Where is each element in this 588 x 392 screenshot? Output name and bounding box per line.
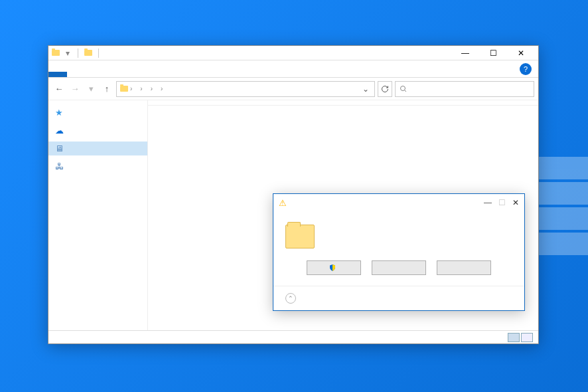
skip-button[interactable]	[372, 260, 426, 275]
view-details-button[interactable]	[508, 333, 520, 342]
chevron-up-icon: ⌃	[285, 293, 296, 304]
address-bar[interactable]: › › › › ⌄	[116, 81, 375, 97]
folder-access-denied-dialog: ⚠ — ☐ ✕	[273, 193, 525, 311]
refresh-button[interactable]	[378, 81, 392, 97]
minimize-button[interactable]: —	[484, 198, 492, 207]
ribbon-file-tab[interactable]	[48, 72, 67, 77]
continue-button[interactable]	[307, 260, 361, 275]
chevron-right-icon[interactable]: ›	[151, 85, 153, 92]
sidebar-item-network[interactable]: 🖧	[48, 159, 147, 173]
separator	[98, 49, 99, 58]
network-icon: 🖧	[55, 161, 64, 171]
fewer-details-toggle[interactable]: ⌃	[273, 286, 524, 310]
search-input[interactable]	[395, 81, 534, 97]
folder-icon	[119, 84, 129, 94]
separator	[78, 49, 78, 58]
maximize-button[interactable]: ☐	[484, 47, 502, 60]
maximize-button: ☐	[498, 198, 506, 207]
folder-warning-icon: ⚠	[279, 198, 287, 208]
nav-recent-icon[interactable]: ▾	[84, 84, 98, 94]
file-list-pane[interactable]: ⚠ — ☐ ✕	[148, 100, 538, 330]
chevron-right-icon[interactable]: ›	[140, 85, 142, 92]
close-button[interactable]: ✕	[512, 198, 519, 207]
chevron-right-icon[interactable]: ›	[130, 85, 132, 92]
svg-point-0	[401, 86, 405, 90]
ribbon-view-tab[interactable]	[99, 72, 115, 77]
ribbon: ?	[48, 60, 538, 78]
sidebar: ★ ☁ 🖥 🖧	[48, 100, 148, 330]
folder-icon	[285, 225, 315, 248]
view-icons-button[interactable]	[521, 333, 533, 342]
explorer-window: ▾ — ☐ ✕ ? ← → ▾ ↑ › › ›	[48, 45, 539, 344]
sidebar-item-this-pc[interactable]: 🖥	[48, 142, 147, 155]
ribbon-home-tab[interactable]	[67, 72, 83, 77]
nav-forward-icon[interactable]: →	[68, 84, 82, 94]
help-icon[interactable]: ?	[520, 63, 532, 75]
ribbon-share-tab[interactable]	[83, 72, 99, 77]
uac-shield-icon	[329, 264, 336, 272]
close-button[interactable]: ✕	[512, 47, 530, 60]
nav-up-icon[interactable]: ↑	[100, 84, 113, 94]
qat-icon[interactable]: ▾	[63, 49, 72, 58]
navbar: ← → ▾ ↑ › › › › ⌄	[48, 78, 538, 100]
svg-line-1	[405, 90, 407, 92]
dialog-titlebar: ⚠ — ☐ ✕	[273, 194, 524, 211]
dialog-item	[285, 225, 512, 248]
search-icon	[400, 85, 407, 93]
column-headers	[148, 100, 538, 106]
sidebar-item-onedrive[interactable]: ☁	[48, 124, 147, 138]
minimize-button[interactable]: —	[456, 47, 475, 60]
cloud-icon: ☁	[55, 126, 64, 136]
nav-back-icon[interactable]: ←	[52, 84, 66, 94]
sidebar-item-quick-access[interactable]: ★	[48, 106, 147, 120]
cancel-button[interactable]	[437, 260, 491, 275]
star-icon: ★	[55, 108, 63, 118]
folder-icon	[51, 49, 60, 58]
folder-icon	[84, 49, 93, 58]
titlebar: ▾ — ☐ ✕	[48, 46, 538, 60]
statusbar	[48, 330, 538, 343]
pc-icon: 🖥	[55, 144, 64, 153]
addr-dropdown-icon[interactable]: ⌄	[360, 84, 372, 94]
chevron-right-icon[interactable]: ›	[161, 85, 163, 92]
